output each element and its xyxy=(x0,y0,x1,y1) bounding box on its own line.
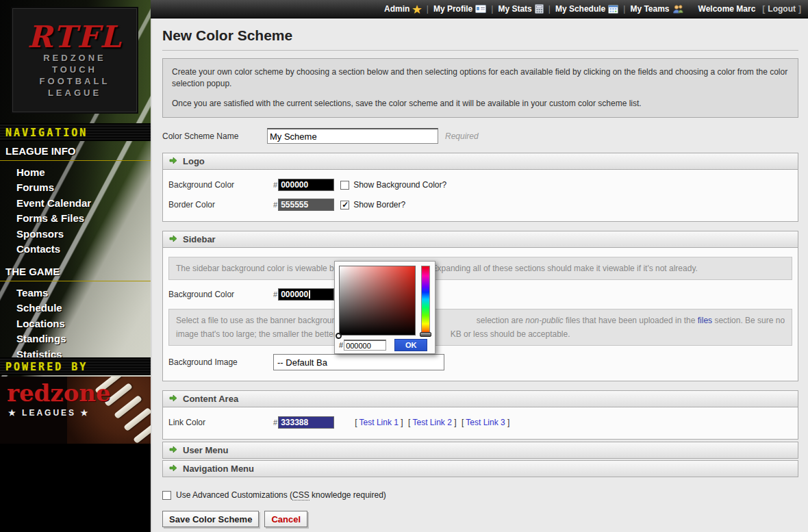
topnav-my-stats[interactable]: My Stats xyxy=(498,4,543,14)
sidebar-item-sponsors[interactable]: Sponsors xyxy=(0,227,151,242)
sidebar-item-event-calendar[interactable]: Event Calendar xyxy=(0,196,151,211)
section-title-navigation-menu: Navigation Menu xyxy=(183,464,254,474)
section-title-user-menu: User Menu xyxy=(183,445,228,455)
scheme-name-input[interactable] xyxy=(267,128,438,144)
section-title-content-area: Content Area xyxy=(183,394,238,404)
color-picker-popup: # OK xyxy=(334,261,435,354)
advanced-customizations-checkbox[interactable] xyxy=(162,491,171,500)
advanced-customizations-label: Use Advanced Customizations (CSS knowled… xyxy=(176,490,386,500)
required-note: Required xyxy=(445,131,479,141)
saturation-value-square[interactable] xyxy=(339,266,416,335)
test-link-1[interactable]: Test Link 1 xyxy=(359,418,399,427)
intro-box: Create your own color scheme by choosing… xyxy=(162,58,798,118)
sidebar-note: The sidebar background color is viewable… xyxy=(168,257,792,280)
sidebar-background-color-row: Background Color # 000000 xyxy=(168,288,792,301)
sidebar-item-standings[interactable]: Standings xyxy=(0,331,151,346)
sidebar-item-contacts[interactable]: Contacts xyxy=(0,242,151,257)
sidebar-item-home[interactable]: Home xyxy=(0,165,151,180)
sidebar-background-color-swatch[interactable]: 000000 xyxy=(278,288,334,301)
button-row: Save Color Scheme Cancel xyxy=(162,511,798,527)
scheme-name-row: Color Scheme Name Required xyxy=(162,128,798,144)
logo-background-color-swatch[interactable]: 000000 xyxy=(278,179,334,191)
background-image-select[interactable]: -- Default Ba xyxy=(273,354,444,370)
cancel-button[interactable]: Cancel xyxy=(264,511,307,527)
save-color-scheme-button[interactable]: Save Color Scheme xyxy=(162,511,259,527)
topnav-separator: | xyxy=(427,4,429,14)
link-color-swatch[interactable]: 333388 xyxy=(278,416,334,429)
topnav-admin[interactable]: Admin ★ xyxy=(384,4,422,14)
intro-paragraph-2: Once you are satisfied with the current … xyxy=(172,98,789,110)
test-links: [ Test Link 1 ] [ Test Link 2 ] [ Test L… xyxy=(355,418,512,427)
section-header-user-menu[interactable]: User Menu xyxy=(162,442,798,459)
background-image-row: Background Image -- Default Ba xyxy=(168,354,792,370)
text-caret xyxy=(309,290,310,299)
section-header-logo[interactable]: Logo xyxy=(162,153,798,170)
calendar-icon xyxy=(608,4,618,14)
league-logo-line: REDZONE xyxy=(43,52,106,64)
logout-link[interactable]: Logout xyxy=(768,4,796,14)
test-link-3[interactable]: Test Link 3 xyxy=(466,418,505,427)
intro-paragraph-1: Create your own color scheme by choosing… xyxy=(172,66,789,90)
banner-note-seg2: selection are non-public files that have… xyxy=(477,316,785,325)
calculator-icon xyxy=(535,4,544,14)
league-logo: RTFL REDZONE TOUCH FOOTBALL LEAGUE xyxy=(12,8,137,112)
topnav-my-profile[interactable]: My Profile xyxy=(433,4,486,14)
sidebar-item-forms-files[interactable]: Forms & Files xyxy=(0,211,151,226)
star-icon: ★ xyxy=(412,4,421,14)
main-column: Admin ★ | My Profile | My Stats | My Sch… xyxy=(151,0,808,532)
show-background-color-checkbox[interactable] xyxy=(340,181,349,190)
logo-background-color-row: Background Color # 000000 Show Backgroun… xyxy=(168,179,792,191)
files-link[interactable]: files xyxy=(698,316,712,325)
css-abbr: CSS xyxy=(292,490,310,501)
section-box-sidebar: The sidebar background color is viewable… xyxy=(162,248,798,381)
sidebar-item-teams[interactable]: Teams xyxy=(0,286,151,301)
show-border-checkbox[interactable] xyxy=(340,201,349,210)
bracket: ] xyxy=(401,418,403,427)
sidebar-section-the-game: THE GAME Teams Schedule Locations Standi… xyxy=(0,263,151,362)
sidebar-section-league-info: LEAGUE INFO Home Forums Event Calendar F… xyxy=(0,142,151,257)
scheme-name-label: Color Scheme Name xyxy=(162,131,267,141)
topnav-my-schedule[interactable]: My Schedule xyxy=(555,4,618,14)
non-public-italic: non-public xyxy=(525,316,563,325)
group-icon xyxy=(672,4,683,14)
bracket: [ xyxy=(408,418,410,427)
leagues-wordmark: ★ LEAGUES ★ xyxy=(8,408,90,418)
vcard-icon xyxy=(475,5,486,13)
hash-prefix: # xyxy=(273,290,277,299)
logout-bracket-open: [ xyxy=(762,4,765,14)
logo-border-color-label: Border Color xyxy=(168,200,273,210)
topnav-admin-label: Admin xyxy=(384,4,409,14)
hash-prefix: # xyxy=(273,181,277,189)
sidebar-item-locations[interactable]: Locations xyxy=(0,316,151,331)
test-link-2[interactable]: Test Link 2 xyxy=(412,418,451,427)
green-arrow-icon xyxy=(168,233,177,246)
hash-prefix: # xyxy=(339,341,343,349)
sidebar-item-schedule[interactable]: Schedule xyxy=(0,301,151,316)
sidebar-item-forums[interactable]: Forums xyxy=(0,180,151,195)
link-color-label: Link Color xyxy=(168,418,273,427)
green-arrow-icon xyxy=(168,463,177,475)
bracket: ] xyxy=(507,418,509,427)
logo-border-color-swatch[interactable]: 555555 xyxy=(278,199,334,211)
picker-hex-input[interactable] xyxy=(344,340,386,351)
section-header-sidebar[interactable]: Sidebar xyxy=(162,231,798,248)
picker-ok-button[interactable]: OK xyxy=(394,339,427,351)
league-logo-line: FOOTBALL xyxy=(40,75,110,87)
section-header-navigation-menu[interactable]: Navigation Menu xyxy=(162,460,798,477)
topnav-my-profile-label: My Profile xyxy=(433,4,472,14)
sidebar-heading-league-info: LEAGUE INFO xyxy=(0,142,151,161)
sidebar: RTFL REDZONE TOUCH FOOTBALL LEAGUE NAVIG… xyxy=(0,0,151,532)
section-box-content-area: Link Color # 333388 [ Test Link 1 ] [ Te… xyxy=(162,407,798,440)
color-cursor[interactable] xyxy=(336,333,342,339)
section-header-content-area[interactable]: Content Area xyxy=(162,390,798,407)
sidebar-heading-the-game: THE GAME xyxy=(0,263,151,281)
hue-slider-handle[interactable] xyxy=(420,332,431,337)
link-color-row: Link Color # 333388 [ Test Link 1 ] [ Te… xyxy=(168,416,792,429)
topnav-my-schedule-label: My Schedule xyxy=(555,4,605,14)
hue-slider[interactable] xyxy=(421,266,430,335)
topnav-my-teams[interactable]: My Teams xyxy=(630,4,683,14)
content-area: New Color Scheme Create your own color s… xyxy=(151,18,808,532)
title-divider xyxy=(162,50,798,51)
topnav-separator: | xyxy=(623,4,625,14)
section-title-logo: Logo xyxy=(183,156,205,166)
